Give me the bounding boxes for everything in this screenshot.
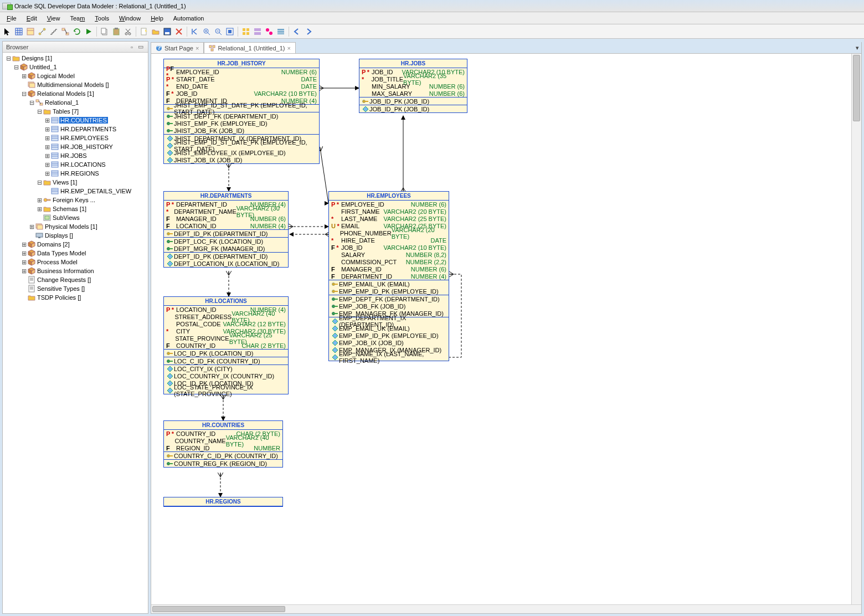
tree-item-sensitive[interactable]: Sensitive Types [] bbox=[3, 284, 148, 293]
erd-table-departments[interactable]: HR.DEPARTMENTSP *DEPARTMENT_IDNUMBER (4)… bbox=[163, 191, 289, 268]
menu-view[interactable]: View bbox=[43, 14, 65, 23]
tab-relational-model[interactable]: Relational_1 (Untitled_1) × bbox=[204, 42, 296, 53]
refresh-icon[interactable] bbox=[72, 27, 82, 37]
delete-icon[interactable] bbox=[174, 27, 184, 37]
tree-item-multidim[interactable]: Multidimensional Models [] bbox=[3, 80, 148, 89]
nav-back-icon[interactable] bbox=[292, 27, 302, 37]
cut-icon[interactable] bbox=[123, 27, 133, 37]
close-icon[interactable]: × bbox=[287, 45, 291, 52]
tree-expand-icon[interactable]: ⊞ bbox=[44, 170, 50, 177]
tree-item-departments[interactable]: ⊞HR.DEPARTMENTS bbox=[3, 125, 148, 134]
tree-expand-icon[interactable]: ⊞ bbox=[20, 241, 27, 248]
layout4-icon[interactable] bbox=[276, 27, 286, 37]
erd-table-jobs[interactable]: HR.JOBSP *JOB_IDVARCHAR2 (10 BYTE) *JOB_… bbox=[359, 59, 467, 113]
close-icon[interactable]: × bbox=[196, 45, 199, 52]
scrollbar-horizontal[interactable] bbox=[151, 604, 861, 613]
tree-expand-icon[interactable]: ⊞ bbox=[20, 250, 27, 257]
scrollbar-thumb[interactable] bbox=[152, 606, 285, 612]
tree-item-designs[interactable]: ⊟Designs [1] bbox=[3, 54, 148, 63]
tree-expand-icon[interactable]: ⊞ bbox=[44, 117, 50, 124]
tree-item-regions[interactable]: ⊞HR.REGIONS bbox=[3, 169, 148, 178]
tree-expand-icon[interactable]: ⊟ bbox=[13, 64, 19, 71]
tab-dropdown[interactable]: ▾ bbox=[853, 42, 862, 53]
tree-item-datatypes[interactable]: ⊞Data Types Model bbox=[3, 249, 148, 258]
scrollbar-thumb[interactable] bbox=[853, 55, 860, 121]
tree-item-process[interactable]: ⊞Process Model bbox=[3, 258, 148, 266]
tree-item-change[interactable]: Change Requests [] bbox=[3, 275, 148, 284]
tree-item-untitled[interactable]: ⊟Untitled_1 bbox=[3, 63, 148, 71]
panel-minimize-icon[interactable]: ▫ bbox=[128, 43, 136, 51]
tree-item-locations[interactable]: ⊞HR.LOCATIONS bbox=[3, 160, 148, 169]
play-icon[interactable] bbox=[84, 27, 94, 37]
tree-expand-icon[interactable]: ⊞ bbox=[20, 268, 27, 275]
tree-item-displays[interactable]: Displays [] bbox=[3, 231, 148, 240]
tree-item-tsdp[interactable]: TSDP Policies [] bbox=[3, 293, 148, 302]
tree-item-domains[interactable]: ⊞Domains [2] bbox=[3, 240, 148, 249]
tree-item-relmodels[interactable]: ⊟Relational Models [1] bbox=[3, 89, 148, 98]
zoom-in-icon[interactable] bbox=[202, 27, 212, 37]
zoom-out-icon[interactable] bbox=[213, 27, 223, 37]
erd-table-countries[interactable]: HR.COUNTRIESP *COUNTRY_IDCHAR (2 BYTE)CO… bbox=[163, 420, 283, 468]
copy-icon[interactable] bbox=[100, 27, 110, 37]
tree-expand-icon[interactable]: ⊟ bbox=[28, 99, 35, 106]
paste-icon[interactable] bbox=[111, 27, 121, 37]
menu-file[interactable]: File bbox=[2, 14, 21, 23]
tree-expand-icon[interactable]: ⊞ bbox=[28, 223, 35, 230]
tree-expand-icon[interactable]: ⊞ bbox=[44, 152, 50, 160]
tree-expand-icon[interactable]: ⊟ bbox=[20, 90, 27, 97]
layout2-icon[interactable] bbox=[253, 27, 263, 37]
menu-tools[interactable]: Tools bbox=[90, 14, 114, 23]
layout1-icon[interactable] bbox=[241, 27, 251, 37]
erd-canvas[interactable]: HR.JOB_HISTORYPF *EMPLOYEE_IDNUMBER (6)P… bbox=[151, 54, 851, 604]
tree-item-logical[interactable]: ⊞Logical Model bbox=[3, 71, 148, 80]
browser-tree[interactable]: ⊟Designs [1]⊟Untitled_1⊞Logical ModelMul… bbox=[3, 53, 148, 613]
tree-expand-icon[interactable]: ⊞ bbox=[36, 206, 43, 213]
menu-help[interactable]: Help bbox=[146, 14, 168, 23]
scrollbar-vertical[interactable] bbox=[851, 54, 861, 604]
menu-automation[interactable]: Automation bbox=[169, 14, 209, 23]
tree-item-relational1[interactable]: ⊟Relational_1 bbox=[3, 98, 148, 107]
tree-item-physical[interactable]: ⊞Physical Models [1] bbox=[3, 222, 148, 231]
tree-item-jobs[interactable]: ⊞HR.JOBS bbox=[3, 151, 148, 160]
tree-expand-icon[interactable]: ⊞ bbox=[44, 135, 50, 142]
fit-icon[interactable] bbox=[225, 27, 235, 37]
tree-expand-icon[interactable]: ⊞ bbox=[20, 259, 27, 266]
tree-expand-icon[interactable]: ⊞ bbox=[20, 73, 27, 80]
tree-expand-icon[interactable]: ⊟ bbox=[36, 179, 43, 186]
tree-item-subviews[interactable]: SubViews bbox=[3, 213, 148, 222]
open-icon[interactable] bbox=[151, 27, 161, 37]
link-icon[interactable] bbox=[37, 27, 47, 37]
tree-expand-icon[interactable]: ⊞ bbox=[44, 126, 50, 133]
panel-close-icon[interactable]: ▭ bbox=[137, 43, 145, 51]
erd-table-employees[interactable]: HR.EMPLOYEESP *EMPLOYEE_IDNUMBER (6)FIRS… bbox=[328, 191, 449, 361]
tree-item-tables[interactable]: ⊟Tables [7] bbox=[3, 107, 148, 116]
tab-start-page[interactable]: ? Start Page × bbox=[151, 42, 204, 53]
new-icon[interactable] bbox=[139, 27, 149, 37]
tree-item-fks[interactable]: ⊞Foreign Keys ... bbox=[3, 196, 148, 204]
tree-item-job_history[interactable]: ⊞HR.JOB_HISTORY bbox=[3, 142, 148, 151]
stairs-icon[interactable] bbox=[49, 27, 59, 37]
tree-expand-icon[interactable]: ⊞ bbox=[44, 143, 50, 151]
zoom-first-icon[interactable] bbox=[190, 27, 200, 37]
tree-item-views[interactable]: ⊟Views [1] bbox=[3, 178, 148, 187]
menu-window[interactable]: Window bbox=[115, 14, 145, 23]
table-icon[interactable] bbox=[25, 27, 35, 37]
diagram-icon[interactable] bbox=[60, 27, 70, 37]
menu-team[interactable]: Team bbox=[65, 14, 89, 23]
tree-item-schemas[interactable]: ⊞Schemas [1] bbox=[3, 204, 148, 213]
tree-item-countries[interactable]: ⊞HR.COUNTRIES bbox=[3, 116, 148, 125]
erd-table-job_history[interactable]: HR.JOB_HISTORYPF *EMPLOYEE_IDNUMBER (6)P… bbox=[163, 59, 320, 164]
tree-item-empview[interactable]: HR.EMP_DETAILS_VIEW bbox=[3, 187, 148, 196]
layout3-icon[interactable] bbox=[264, 27, 274, 37]
tree-item-business[interactable]: ⊞Business Information bbox=[3, 266, 148, 275]
save-icon[interactable] bbox=[162, 27, 172, 37]
cursor-icon[interactable] bbox=[2, 27, 12, 37]
grid-icon[interactable] bbox=[14, 27, 24, 37]
nav-forward-icon[interactable] bbox=[304, 27, 313, 37]
menu-edit[interactable]: Edit bbox=[22, 14, 42, 23]
erd-table-regions[interactable]: HR.REGIONS bbox=[163, 497, 283, 507]
erd-table-locations[interactable]: HR.LOCATIONSP *LOCATION_IDNUMBER (4)STRE… bbox=[163, 296, 289, 394]
tree-expand-icon[interactable]: ⊞ bbox=[36, 197, 43, 204]
tree-expand-icon[interactable]: ⊟ bbox=[36, 108, 43, 115]
tree-expand-icon[interactable]: ⊞ bbox=[44, 161, 50, 168]
